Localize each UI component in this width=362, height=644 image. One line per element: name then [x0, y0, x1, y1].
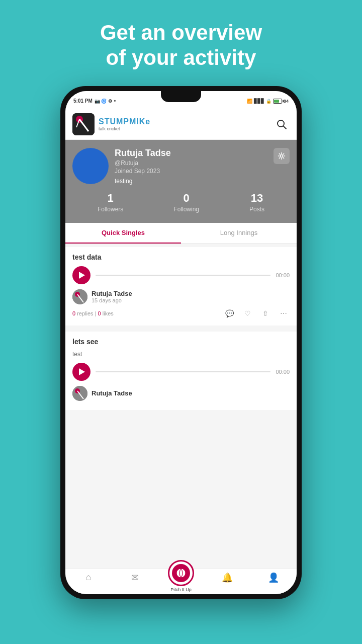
progress-bar-2[interactable] — [96, 371, 270, 372]
post-title: test data — [72, 253, 290, 261]
following-stat[interactable]: 0 Following — [173, 192, 199, 213]
post-avatar-1 — [72, 289, 87, 304]
posts-count: 13 — [249, 192, 264, 205]
svg-point-6 — [281, 154, 283, 157]
post-time-1: 15 days ago — [92, 297, 132, 303]
post-item: test data 00:00 — [65, 247, 297, 326]
profile-joined: Joined Sep 2023 — [115, 168, 267, 175]
bottom-nav: ⌂ ✉ Pitch It Up 🔔 — [65, 569, 297, 594]
logo-icon — [72, 113, 95, 135]
posts-stat[interactable]: 13 Posts — [249, 192, 264, 213]
gear-icon — [278, 152, 286, 160]
action-icons-1: 💬 ♡ ⇧ ⋯ — [223, 307, 290, 319]
logo-text: STUMPMIKe talk cricket — [99, 117, 150, 131]
post-subtitle-2: test — [72, 351, 290, 358]
avatar — [72, 148, 109, 184]
post-user-name-1: Rutuja Tadse — [92, 290, 132, 297]
app-title: STUMPMIKe — [99, 117, 150, 126]
user-avatar-svg-2 — [72, 386, 87, 401]
post-avatar-2 — [72, 386, 87, 401]
battery-percent: 84 — [284, 99, 289, 104]
pitch-circle — [168, 560, 194, 586]
audio-player-1: 00:00 — [72, 266, 290, 284]
heart-icon[interactable]: ♡ — [241, 307, 253, 319]
cricket-ball-icon — [176, 568, 186, 578]
bell-icon: 🔔 — [222, 572, 233, 583]
settings-button[interactable] — [274, 148, 290, 164]
battery-icon — [273, 99, 282, 104]
following-label: Following — [173, 206, 199, 213]
play-icon-1 — [79, 272, 85, 279]
comment-icon[interactable]: 💬 — [223, 307, 235, 319]
search-icon — [276, 119, 287, 130]
play-icon-2 — [79, 368, 85, 375]
user-avatar-svg-1 — [72, 289, 87, 304]
profile-stats: 1 Followers 0 Following 13 Posts — [72, 192, 290, 213]
tab-quick-singles[interactable]: Quick Singles — [65, 223, 181, 244]
app-tagline: talk cricket — [99, 126, 150, 131]
nav-bell[interactable]: 🔔 — [204, 572, 250, 592]
network-icon: 📶 — [247, 99, 252, 104]
nav-pitch-it-up[interactable]: Pitch It Up — [158, 572, 204, 592]
phone-screen: 5:01 PM 📷 🌀 ⚙ • 📶 ▊▊▊ 🔒 84 — [65, 91, 297, 594]
duration-1: 00:00 — [276, 272, 290, 278]
app-header: STUMPMIKe talk cricket — [65, 109, 297, 140]
mail-icon: ✉ — [131, 572, 139, 583]
signal-bars: ▊▊▊ — [254, 99, 264, 104]
duration-2: 00:00 — [276, 369, 290, 375]
headline: Get an overview of your activity — [70, 0, 292, 86]
nav-mail[interactable]: ✉ — [112, 572, 158, 592]
profile-name: Rutuja Tadse — [115, 148, 267, 158]
post-user-row-2: Rutuja Tadse — [72, 386, 290, 401]
search-button[interactable] — [274, 116, 290, 132]
status-time: 5:01 PM — [73, 98, 93, 104]
vpn-icon: 🔒 — [266, 99, 272, 104]
post-actions-1: 0 replies | 0 likes 💬 ♡ ⇧ ⋯ — [72, 307, 290, 319]
tab-long-innings[interactable]: Long Innings — [181, 223, 297, 244]
share-icon[interactable]: ⇧ — [259, 307, 272, 319]
profile-bio: testing — [115, 178, 267, 185]
progress-bar-1[interactable] — [96, 275, 270, 276]
pitch-inner — [172, 564, 190, 582]
post-title-2: lets see — [72, 338, 290, 346]
more-icon[interactable]: ⋯ — [278, 307, 290, 319]
pitch-it-up-label: Pitch It Up — [170, 587, 192, 592]
followers-stat[interactable]: 1 Followers — [98, 192, 123, 213]
following-count: 0 — [173, 192, 199, 205]
post-user-row-1: Rutuja Tadse 15 days ago — [72, 289, 290, 304]
phone-wrapper: 5:01 PM 📷 🌀 ⚙ • 📶 ▊▊▊ 🔒 84 — [60, 86, 302, 599]
followers-count: 1 — [98, 192, 123, 205]
nav-profile[interactable]: 👤 — [250, 572, 297, 592]
post-item-2: lets see test 00:00 — [65, 332, 297, 410]
svg-point-13 — [176, 569, 186, 578]
tabs: Quick Singles Long Innings — [65, 223, 297, 244]
followers-label: Followers — [98, 206, 123, 213]
content-area: test data 00:00 — [65, 244, 297, 569]
status-icons: 📷 🌀 ⚙ — [95, 99, 112, 104]
person-icon: 👤 — [268, 572, 279, 583]
profile-info: Rutuja Tadse @Rutuja Joined Sep 2023 tes… — [115, 148, 267, 185]
nav-home[interactable]: ⌂ — [65, 572, 112, 592]
profile-handle: @Rutuja — [115, 159, 267, 167]
audio-player-2: 00:00 — [72, 363, 290, 381]
svg-line-5 — [284, 126, 287, 129]
home-icon: ⌂ — [86, 572, 92, 583]
profile-section: Rutuja Tadse @Rutuja Joined Sep 2023 tes… — [65, 140, 297, 223]
app-logo: STUMPMIKe talk cricket — [72, 113, 150, 135]
play-button-1[interactable] — [72, 266, 90, 284]
play-button-2[interactable] — [72, 363, 90, 381]
post-user-name-2: Rutuja Tadse — [92, 389, 132, 397]
cricket-logo-svg — [72, 113, 95, 135]
post-stats-1: 0 replies | 0 likes — [72, 310, 114, 316]
posts-label: Posts — [249, 206, 264, 213]
